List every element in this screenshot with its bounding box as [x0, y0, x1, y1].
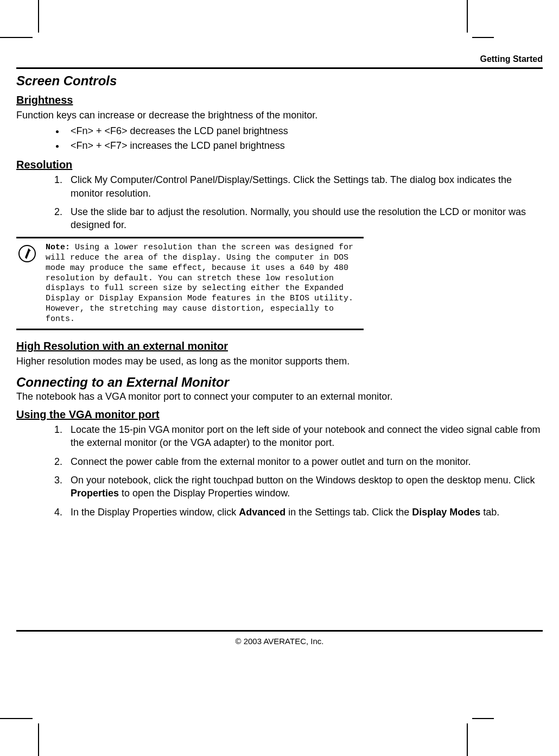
- list-item: Connect the power cable from the externa…: [65, 455, 543, 468]
- crop-mark: [472, 37, 494, 38]
- note-body: Using a lower resolution than the screen…: [46, 243, 353, 323]
- list-item: In the Display Properties window, click …: [65, 506, 543, 519]
- step4-part-c: in the Settings tab. Click the: [285, 507, 412, 518]
- note-label: Note:: [46, 243, 70, 252]
- step4-part-e: tab.: [480, 507, 499, 518]
- list-item: Locate the 15-pin VGA monitor port on th…: [65, 423, 543, 450]
- pen-note-icon: [16, 243, 38, 263]
- list-item: On your notebook, click the right touchp…: [65, 474, 543, 500]
- note-box: Note: Using a lower resolution than the …: [16, 237, 364, 330]
- section-title-screen-controls: Screen Controls: [16, 73, 543, 89]
- brightness-intro: Function keys can increase or decrease t…: [16, 109, 543, 122]
- list-item: <Fn> + <F6> decreases the LCD panel brig…: [65, 124, 543, 138]
- list-item: Use the slide bar to adjust the resoluti…: [65, 205, 543, 232]
- header-section-label: Getting Started: [16, 54, 543, 64]
- subsection-vga-port: Using the VGA monitor port: [16, 408, 543, 421]
- crop-mark: [0, 37, 33, 38]
- list-item: Click My Computer/Control Panel/Display/…: [65, 173, 543, 200]
- subsection-resolution: Resolution: [16, 159, 543, 171]
- brightness-list: <Fn> + <F6> decreases the LCD panel brig…: [65, 124, 543, 153]
- crop-mark: [0, 718, 33, 719]
- crop-mark: [472, 718, 494, 719]
- list-item: <Fn> + <F7> increases the LCD panel brig…: [65, 138, 543, 153]
- step3-part-c: to open the Display Properties window.: [119, 488, 290, 499]
- footer-copyright: © 2003 AVERATEC, Inc.: [0, 637, 559, 646]
- header-rule: [16, 67, 543, 69]
- external-monitor-intro: The notebook has a VGA monitor port to c…: [16, 390, 543, 403]
- crop-mark: [467, 723, 468, 756]
- high-res-text: Higher resolution modes may be used, as …: [16, 355, 543, 368]
- crop-mark: [38, 0, 39, 33]
- step3-part-a: On your notebook, click the right touchp…: [71, 475, 535, 486]
- step3-bold-properties: Properties: [71, 488, 119, 499]
- section-title-external-monitor: Connecting to an External Monitor: [16, 375, 543, 390]
- note-text: Note: Using a lower resolution than the …: [46, 243, 364, 324]
- vga-steps: Locate the 15-pin VGA monitor port on th…: [65, 423, 543, 519]
- crop-mark: [467, 0, 468, 33]
- crop-mark: [38, 723, 39, 756]
- subsection-high-res: High Resolution with an external monitor: [16, 340, 543, 352]
- step4-part-a: In the Display Properties window, click: [71, 507, 239, 518]
- step4-bold-display-modes: Display Modes: [412, 507, 480, 518]
- step4-bold-advanced: Advanced: [239, 507, 285, 518]
- resolution-steps: Click My Computer/Control Panel/Display/…: [65, 173, 543, 231]
- footer-rule: [16, 630, 543, 632]
- subsection-brightness: Brightness: [16, 94, 543, 106]
